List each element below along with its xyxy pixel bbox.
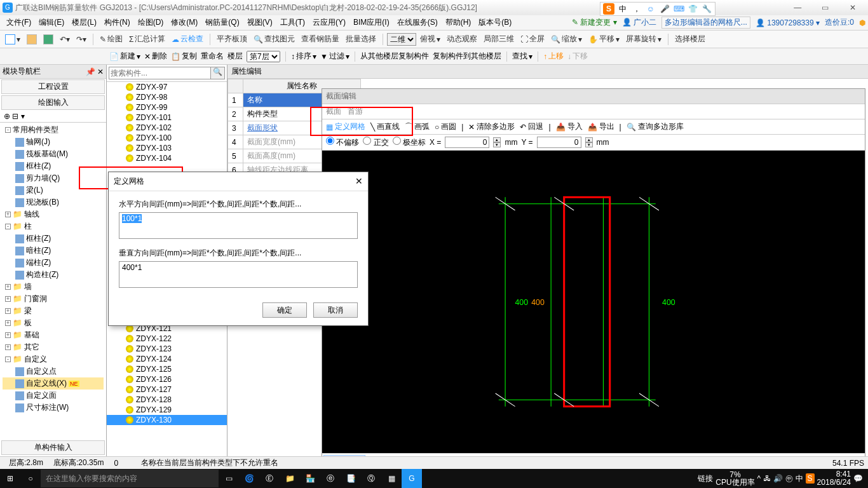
section-canvas[interactable]: 400 400 400 bbox=[322, 151, 865, 453]
list-item[interactable]: ZDYX-128 bbox=[107, 395, 227, 405]
rotate-button[interactable]: 屏幕旋转▾ bbox=[623, 34, 664, 44]
topview-button[interactable]: 俯视▾ bbox=[417, 34, 443, 44]
undo-step-button[interactable]: ↶ 回退 bbox=[520, 121, 543, 132]
menu-item[interactable]: 版本号(B) bbox=[475, 18, 515, 27]
menu-item[interactable]: 构件(N) bbox=[100, 18, 134, 27]
cloud-check-button[interactable]: ☁ 云检查 bbox=[169, 34, 206, 44]
ime-tool-icon[interactable]: 🔧 bbox=[701, 3, 712, 15]
draw-input-button[interactable]: 绘图输入 bbox=[1, 95, 105, 110]
redo-icon[interactable]: ↷▾ bbox=[74, 35, 89, 44]
list-item[interactable]: ZDYX-99 bbox=[107, 102, 227, 112]
menu-item[interactable]: 文件(F) bbox=[3, 18, 35, 27]
move-up-button[interactable]: ↑上移 bbox=[543, 51, 564, 62]
menu-item[interactable]: 修改(M) bbox=[167, 18, 201, 27]
zoom-button[interactable]: 🔍缩放▾ bbox=[548, 34, 585, 44]
x-up[interactable]: ▴ bbox=[493, 137, 501, 142]
beans-label[interactable]: 造价豆:0 bbox=[825, 17, 854, 28]
app-2-icon[interactable]: Ⓔ bbox=[259, 469, 280, 488]
nav-tree[interactable]: - 常用构件类型轴网(J)筏板基础(M)框柱(Z)剪力墙(Q)梁(L)现浇板(B… bbox=[0, 123, 106, 440]
ortho-radio[interactable]: 正交 bbox=[363, 137, 388, 148]
nav-item[interactable]: 端柱(Z) bbox=[3, 257, 104, 269]
app-7-icon[interactable]: Ⓠ bbox=[361, 469, 381, 488]
menu-item[interactable]: 在线服务(S) bbox=[393, 18, 442, 27]
ime-keyboard-icon[interactable]: ⌨ bbox=[673, 3, 684, 15]
list-item[interactable]: ZDYX-124 bbox=[107, 354, 227, 364]
draw-button[interactable]: ✎绘图 bbox=[97, 34, 125, 44]
menu-item[interactable]: 视图(V) bbox=[243, 18, 276, 27]
app-4-icon[interactable]: 🏪 bbox=[300, 469, 320, 488]
nav-item[interactable]: 尺寸标注(W) bbox=[3, 402, 104, 414]
windows-taskbar[interactable]: ⊞ ○ 在这里输入你要搜索的内容 ▭ 🌀 Ⓔ 📁 🏪 ⓔ 📑 Ⓠ ▦ G 链接 … bbox=[0, 469, 868, 488]
rename-button[interactable]: 重命名 bbox=[201, 51, 224, 62]
list-item[interactable]: ZDYX-122 bbox=[107, 334, 227, 344]
section-tab[interactable]: 截面 首游 bbox=[326, 106, 363, 117]
list-item[interactable]: ZDYX-130 bbox=[107, 415, 227, 425]
app-3-icon[interactable]: 📁 bbox=[280, 469, 300, 488]
sum-button[interactable]: Σ 汇总计算 bbox=[126, 34, 168, 44]
list-item[interactable]: ZDYX-126 bbox=[107, 374, 227, 384]
ok-button[interactable]: 确定 bbox=[262, 302, 307, 318]
new-change-button[interactable]: ✎ 新建变更 ▾ bbox=[572, 17, 617, 28]
nav-item[interactable]: 梁(L) bbox=[3, 184, 104, 196]
ime-mic-icon[interactable]: 🎤 bbox=[659, 3, 670, 15]
ime-punct[interactable]: ， bbox=[631, 3, 642, 15]
find-button[interactable]: 🔍查找图元 bbox=[251, 34, 297, 44]
y-down[interactable]: ▾ bbox=[585, 142, 593, 147]
view-rebar-button[interactable]: 查看钢筋量 bbox=[299, 34, 342, 44]
ime-skin-icon[interactable]: 👕 bbox=[687, 3, 698, 15]
delete-button[interactable]: ✕ 删除 bbox=[144, 51, 167, 62]
pin-icon[interactable]: 📌 ✕ bbox=[86, 67, 104, 76]
move-down-button[interactable]: ↓下移 bbox=[567, 51, 588, 62]
network-icon[interactable]: 🖧 bbox=[763, 474, 771, 483]
query-lib-button[interactable]: 🔍查询多边形库 bbox=[627, 121, 684, 132]
nav-item[interactable]: 框柱(Z) bbox=[3, 160, 104, 172]
dialog-close-button[interactable]: ✕ bbox=[355, 176, 363, 187]
h-spacing-input[interactable]: 100*1 bbox=[119, 212, 358, 239]
v-spacing-input[interactable]: 400*1 bbox=[119, 261, 358, 288]
draw-arc-button[interactable]: ⌒ 画弧 bbox=[405, 121, 430, 132]
nav-tools-row[interactable]: ⊕ ⊟ ▾ bbox=[0, 111, 106, 123]
minimize-button[interactable]: — bbox=[785, 3, 810, 12]
x-input[interactable] bbox=[445, 137, 489, 148]
nav-item[interactable]: 剪力墙(Q) bbox=[3, 172, 104, 184]
app-1-icon[interactable]: 🌀 bbox=[239, 469, 259, 488]
sort-button[interactable]: ↕排序▾ bbox=[291, 51, 316, 62]
nav-item[interactable]: 暗柱(Z) bbox=[3, 245, 104, 257]
nav-item[interactable]: 框柱(Z) bbox=[3, 233, 104, 245]
menu-item[interactable]: 云应用(Y) bbox=[309, 18, 349, 27]
app-8-icon[interactable]: ▦ bbox=[381, 469, 402, 488]
flat-button[interactable]: 平齐板顶 bbox=[214, 34, 250, 44]
app-6-icon[interactable]: 📑 bbox=[341, 469, 361, 488]
menu-item[interactable]: BIM应用(I) bbox=[349, 18, 393, 27]
clock[interactable]: 8:412018/6/24 bbox=[817, 470, 851, 487]
import-button[interactable]: 📥导入 bbox=[556, 121, 583, 132]
list-item[interactable]: ZDYX-97 bbox=[107, 82, 227, 92]
copy-from-button[interactable]: 从其他楼层复制构件 bbox=[360, 51, 429, 62]
system-tray[interactable]: 链接 7%CPU使用率 ^ 🖧 🔊 ㊥ 中 S 8:412018/6/24 💬 bbox=[693, 470, 868, 487]
fullscreen-button[interactable]: ⛶全屏 bbox=[518, 34, 547, 44]
beans-icon[interactable]: ⬢ bbox=[859, 18, 865, 27]
local3d-button[interactable]: 局部三维 bbox=[481, 34, 517, 44]
nav-item[interactable]: 自定义点 bbox=[3, 365, 104, 377]
y-input[interactable] bbox=[537, 137, 581, 148]
start-button[interactable]: ⊞ bbox=[0, 469, 20, 488]
search-input[interactable] bbox=[109, 67, 211, 79]
clear-polygon-button[interactable]: ✕ 清除多边形 bbox=[468, 121, 515, 132]
draw-circle-button[interactable]: ○ 画圆 bbox=[435, 121, 456, 132]
x-down[interactable]: ▾ bbox=[493, 142, 501, 147]
export-button[interactable]: 📤导出 bbox=[588, 121, 614, 132]
list-item[interactable]: ZDYX-129 bbox=[107, 405, 227, 415]
dynamic-view-button[interactable]: 动态观察 bbox=[444, 34, 480, 44]
y-up[interactable]: ▴ bbox=[585, 137, 593, 142]
user-label[interactable]: 👤 广小二 bbox=[622, 17, 656, 28]
ime-lang[interactable]: 中 bbox=[617, 3, 628, 15]
sogou-tray-icon[interactable]: S bbox=[806, 473, 815, 484]
menu-item[interactable]: 帮助(H) bbox=[442, 18, 475, 27]
nav-item[interactable]: 现浇板(B) bbox=[3, 196, 104, 208]
list-item[interactable]: ZDYX-127 bbox=[107, 384, 227, 395]
floor-select[interactable]: 第7层 bbox=[247, 51, 280, 62]
menu-item[interactable]: 编辑(E) bbox=[35, 18, 68, 27]
nav-item[interactable]: 筏板基础(M) bbox=[3, 148, 104, 160]
menu-item[interactable]: 钢筋量(Q) bbox=[201, 18, 243, 27]
nav-item[interactable]: 自定义面 bbox=[3, 390, 104, 402]
